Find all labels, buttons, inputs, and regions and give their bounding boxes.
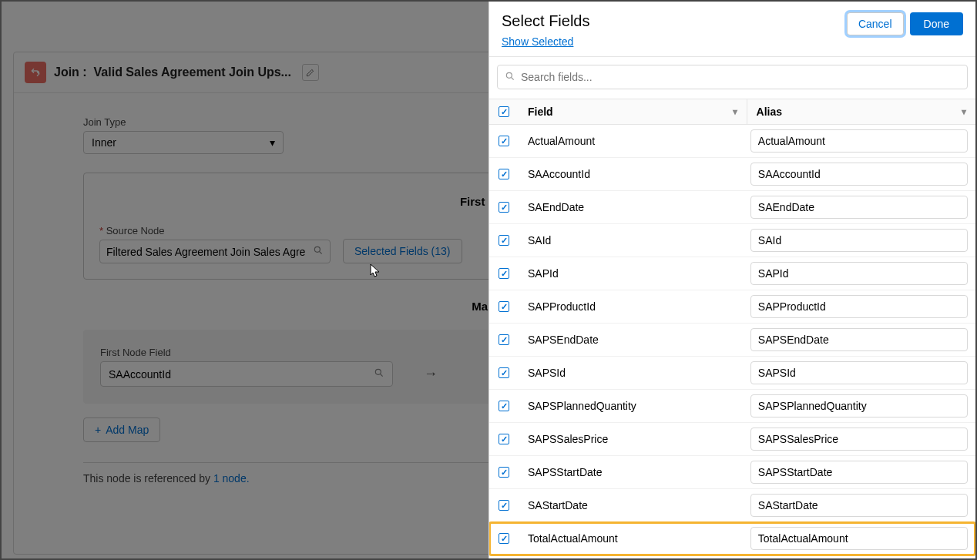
search-wrap	[489, 57, 975, 99]
alias-input[interactable]	[750, 428, 968, 451]
field-name: SAPSStartDate	[519, 466, 747, 478]
drawer-actions: Cancel Done	[847, 12, 963, 35]
row-checkbox[interactable]	[489, 136, 519, 146]
row-checkbox[interactable]	[489, 434, 519, 444]
field-name: SAPId	[519, 267, 747, 280]
select-all-checkbox[interactable]	[489, 99, 519, 124]
alias-input[interactable]	[750, 328, 968, 351]
field-name: SAPSPlannedQuantity	[519, 400, 747, 412]
cursor-icon	[370, 263, 381, 280]
field-column-header[interactable]: Field ▾	[519, 99, 747, 124]
field-row: SAAccountId	[489, 158, 975, 191]
alias-input[interactable]	[750, 394, 968, 417]
drawer-header: Select Fields Show Selected Cancel Done	[489, 2, 975, 57]
field-row: SAStartDate	[489, 489, 975, 522]
field-name: SAAccountId	[519, 168, 747, 180]
cancel-button[interactable]: Cancel	[847, 12, 904, 35]
row-checkbox[interactable]	[489, 202, 519, 213]
field-name: SAPSId	[519, 367, 747, 379]
row-checkbox[interactable]	[489, 500, 519, 511]
alias-column-header[interactable]: Alias ▾	[747, 99, 975, 124]
field-row: SAEndDate	[489, 191, 975, 224]
field-name: SAPProductId	[519, 300, 747, 313]
field-row: SAPSEndDate	[489, 324, 975, 357]
drawer-title: Select Fields	[502, 12, 590, 30]
chevron-down-icon: ▾	[733, 106, 737, 117]
field-row: SAPSId	[489, 357, 975, 390]
column-headers: Field ▾ Alias ▾	[489, 99, 975, 125]
alias-input[interactable]	[750, 295, 968, 318]
alias-input[interactable]	[750, 129, 968, 153]
alias-input[interactable]	[750, 196, 968, 219]
alias-input[interactable]	[750, 494, 968, 517]
search-input[interactable]	[497, 65, 968, 89]
alias-input[interactable]	[750, 262, 968, 285]
field-row: SAId	[489, 224, 975, 257]
field-row: ActualAmount	[489, 125, 975, 158]
row-checkbox[interactable]	[489, 367, 519, 378]
field-row: SAPProductId	[489, 290, 975, 324]
row-checkbox[interactable]	[489, 268, 519, 279]
field-name: TotalActualAmount	[519, 532, 747, 545]
alias-input[interactable]	[750, 361, 968, 384]
field-name: SAEndDate	[519, 201, 747, 213]
fields-list: ActualAmount SAAccountId SAEndDate SAId …	[489, 125, 975, 558]
row-checkbox[interactable]	[489, 169, 519, 179]
row-checkbox[interactable]	[489, 533, 519, 544]
field-row: SAPSSalesPrice	[489, 423, 975, 456]
show-selected-link[interactable]: Show Selected	[502, 35, 573, 48]
field-name: SAId	[519, 234, 747, 246]
field-name: ActualAmount	[519, 135, 747, 147]
field-row: SAPSStartDate	[489, 456, 975, 489]
row-checkbox[interactable]	[489, 301, 519, 312]
alias-input[interactable]	[750, 527, 968, 550]
done-button[interactable]: Done	[910, 12, 963, 35]
alias-input[interactable]	[750, 229, 968, 252]
field-name: SAStartDate	[519, 499, 747, 511]
select-fields-drawer: Select Fields Show Selected Cancel Done …	[488, 2, 975, 558]
field-row: TotalActualAmount	[489, 522, 975, 555]
field-row: SAPSPlannedQuantity	[489, 390, 975, 423]
search-icon	[505, 71, 515, 84]
row-checkbox[interactable]	[489, 401, 519, 411]
field-name: SAPSSalesPrice	[519, 433, 747, 445]
alias-input[interactable]	[750, 163, 968, 186]
field-row: SAPId	[489, 257, 975, 290]
row-checkbox[interactable]	[489, 334, 519, 345]
alias-input[interactable]	[750, 461, 968, 484]
field-name: SAPSEndDate	[519, 334, 747, 346]
svg-point-2	[506, 72, 512, 78]
row-checkbox[interactable]	[489, 467, 519, 478]
chevron-down-icon: ▾	[962, 106, 966, 117]
row-checkbox[interactable]	[489, 235, 519, 246]
